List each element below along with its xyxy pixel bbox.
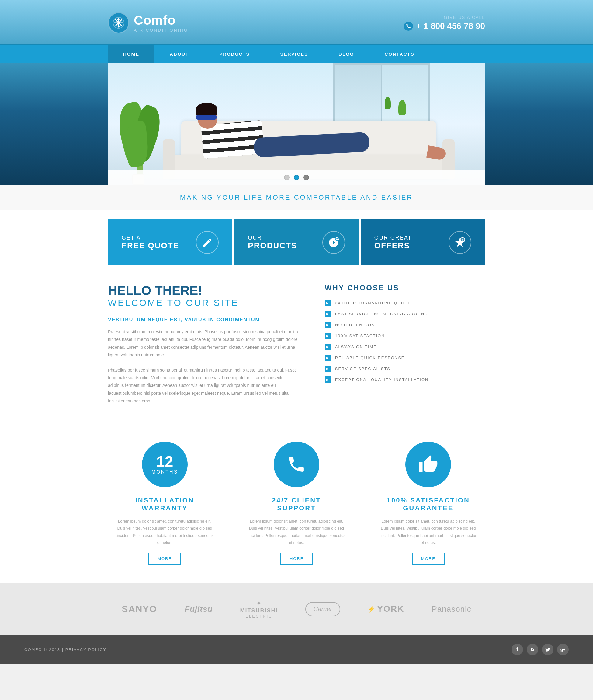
why-item-5: ▶ ALWAYS ON TIME	[325, 343, 485, 350]
quote-icon	[196, 231, 219, 254]
offers-icon: 1	[448, 231, 471, 254]
satisfaction-title: 100% SATISFACTION GUARANTEE	[371, 496, 485, 512]
social-icons: f g+	[512, 644, 569, 655]
brand-mitsubishi: ✦ MITSUBISHI ELECTRIC	[240, 599, 278, 619]
logo-icon	[108, 12, 129, 34]
feature-boxes: GET A FREE QUOTE OUR PRODUCTS	[84, 219, 509, 265]
warranty-circle: 12 MONTHS	[142, 442, 188, 487]
hero-section	[84, 63, 509, 185]
why-item-6: ▶ RELIABLE QUICK RESPONSE	[325, 355, 485, 361]
cta-label: GIVE US A CALL	[404, 15, 485, 20]
hero-image	[108, 63, 485, 185]
social-twitter[interactable]	[542, 644, 553, 655]
why-label-6: RELIABLE QUICK RESPONSE	[335, 356, 405, 360]
why-item-7: ▶ SERVICE SPECIALISTS	[325, 366, 485, 372]
why-item-1: ▶ 24 HOUR TURNAROUND QUOTE	[325, 300, 485, 306]
why-item-4: ▶ 100% SATISFACTION	[325, 333, 485, 339]
brand-sanyo: SANYO	[122, 604, 157, 614]
satisfaction-more-button[interactable]: MORE	[412, 553, 445, 564]
hello-title: HELLO THERE!	[108, 284, 301, 298]
support-text: Lorem ipsum dolor sit amet, con turetu a…	[240, 518, 353, 546]
logo-text: Comfo AIR CONDITIONING	[134, 13, 188, 33]
nav-item-products[interactable]: PRODUCTS	[204, 45, 265, 63]
slider-dot-1[interactable]	[284, 175, 289, 180]
footer: COMFO © 2013 | PRIVACY POLICY f g+	[0, 635, 593, 664]
section-subtitle: VESTIBULUM NEQUE EST, VARIUS IN CONDIMEN…	[108, 317, 301, 323]
feature-box-offers-text: OUR GREAT OFFERS	[374, 235, 412, 251]
nav-item-services[interactable]: SERVICES	[265, 45, 324, 63]
social-google[interactable]: g+	[557, 644, 569, 655]
slider-dot-3[interactable]	[304, 175, 309, 180]
tagline-text: MAKING YOUR LIFE MORE COMFORTABLE AND EA…	[8, 193, 585, 201]
support-more-button[interactable]: MORE	[280, 553, 313, 564]
support-title: 24/7 CLIENT SUPPORT	[240, 496, 353, 512]
warranty-more-button[interactable]: MORE	[148, 553, 181, 564]
feature-box-quote-text: GET A FREE QUOTE	[122, 235, 179, 251]
svg-point-14	[531, 651, 531, 651]
copyright-text: COMFO © 2013 |	[24, 647, 65, 652]
nav-item-blog[interactable]: BLOG	[323, 45, 369, 63]
why-label-5: ALWAYS ON TIME	[335, 344, 377, 349]
svg-text:1: 1	[462, 238, 464, 242]
nav-item-home[interactable]: HOME	[108, 45, 155, 63]
content-left: HELLO THERE! WELCOME TO OUR SITE VESTIBU…	[108, 284, 301, 405]
phone-icon	[404, 22, 413, 31]
social-facebook[interactable]: f	[512, 644, 523, 655]
logo[interactable]: Comfo AIR CONDITIONING	[108, 12, 188, 34]
social-rss[interactable]	[527, 644, 538, 655]
navigation: HOME ABOUT PRODUCTS SERVICES BLOG CONTAC…	[0, 44, 593, 63]
why-label-3: NO HIDDEN COST	[335, 323, 378, 327]
why-label-2: FAST SERVICE, NO MUCKING AROUND	[335, 311, 428, 316]
brands-section: SANYO Fujitsu ✦ MITSUBISHI ELECTRIC Carr…	[0, 583, 593, 635]
warranty-number: 12	[156, 454, 173, 469]
phone-text: + 1 800 456 78 90	[416, 21, 485, 31]
main-content: HELLO THERE! WELCOME TO OUR SITE VESTIBU…	[84, 284, 509, 405]
stat-support: 24/7 CLIENT SUPPORT Lorem ipsum dolor si…	[240, 442, 353, 565]
feature-box-offers[interactable]: OUR GREAT OFFERS 1	[361, 219, 485, 265]
feature-box-products-text: OUR PRODUCTS	[248, 235, 297, 251]
feature-box-products[interactable]: OUR PRODUCTS	[234, 219, 359, 265]
stat-warranty: 12 MONTHS INSTALLATION WARRANTY Lorem ip…	[108, 442, 222, 565]
welcome-subtitle: WELCOME TO OUR SITE	[108, 298, 301, 308]
content-para-2: Phasellus por fusce simum soina penali e…	[108, 366, 301, 405]
warranty-unit: MONTHS	[151, 469, 178, 475]
satisfaction-text: Lorem ipsum dolor sit amet, con turetu a…	[371, 518, 485, 546]
warranty-text: Lorem ipsum dolor sit amet, con turetu a…	[108, 518, 222, 546]
brand-york: ⚡YORK	[368, 604, 404, 614]
brand-tagline: AIR CONDITIONING	[134, 28, 188, 33]
why-choose-title: WHY CHOOSE US	[325, 284, 485, 292]
why-item-2: ▶ FAST SERVICE, NO MUCKING AROUND	[325, 311, 485, 317]
nav-item-contacts[interactable]: CONTACTS	[369, 45, 429, 63]
nav-item-about[interactable]: ABOUT	[155, 45, 204, 63]
privacy-policy-link[interactable]: PRIVACY POLICY	[65, 647, 107, 652]
footer-copyright: COMFO © 2013 | PRIVACY POLICY	[24, 647, 107, 652]
why-label-1: 24 HOUR TURNAROUND QUOTE	[335, 301, 411, 305]
brand-carrier: Carrier	[305, 602, 340, 616]
brand-panasonic: Panasonic	[432, 604, 471, 614]
slider-dot-2[interactable]	[294, 175, 299, 180]
why-label-4: 100% SATISFACTION	[335, 334, 385, 338]
feature-box-quote[interactable]: GET A FREE QUOTE	[108, 219, 232, 265]
why-label-7: SERVICE SPECIALISTS	[335, 366, 391, 371]
stat-satisfaction: 100% SATISFACTION GUARANTEE Lorem ipsum …	[371, 442, 485, 565]
stats-section: 12 MONTHS INSTALLATION WARRANTY Lorem ip…	[0, 423, 593, 583]
brand-fujitsu: Fujitsu	[185, 604, 212, 614]
support-circle	[274, 442, 319, 487]
phone-area: GIVE US A CALL + 1 800 456 78 90	[404, 15, 485, 31]
warranty-title: INSTALLATION WARRANTY	[108, 496, 222, 512]
phone-number[interactable]: + 1 800 456 78 90	[404, 21, 485, 31]
satisfaction-circle	[405, 442, 451, 487]
header: Comfo AIR CONDITIONING GIVE US A CALL + …	[108, 12, 485, 34]
content-right: WHY CHOOSE US ▶ 24 HOUR TURNAROUND QUOTE…	[325, 284, 485, 405]
products-icon	[322, 231, 345, 254]
content-para-1: Praesent vestibulum molestie nonummy era…	[108, 328, 301, 359]
why-item-8: ▶ EXCEPTIONAL QUALITY INSTALLATION	[325, 376, 485, 382]
why-choose-list: ▶ 24 HOUR TURNAROUND QUOTE ▶ FAST SERVIC…	[325, 300, 485, 382]
why-item-3: ▶ NO HIDDEN COST	[325, 322, 485, 328]
tagline-section: MAKING YOUR LIFE MORE COMFORTABLE AND EA…	[0, 185, 593, 210]
brand-name: Comfo	[134, 13, 188, 28]
why-label-8: EXCEPTIONAL QUALITY INSTALLATION	[335, 377, 429, 382]
